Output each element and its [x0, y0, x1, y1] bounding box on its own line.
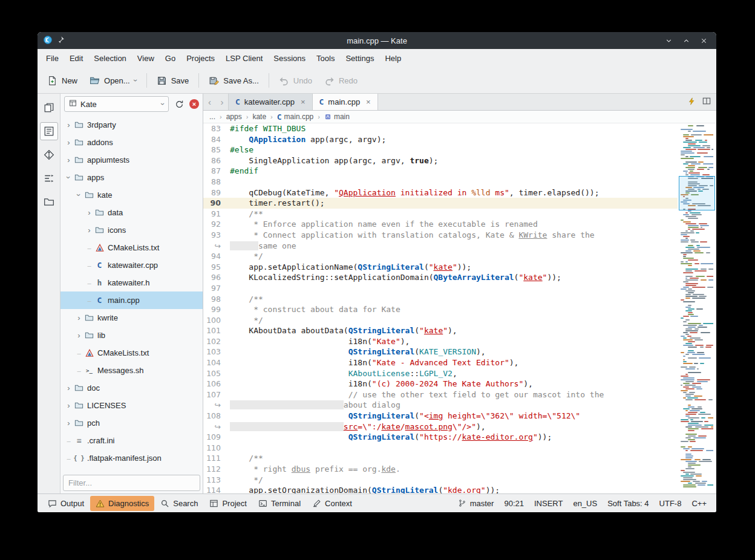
dock-filesystem-button[interactable]: [40, 193, 58, 211]
tree-item-flatpak-manifest-json-license[interactable]: –≡.flatpak-manifest.json.license: [60, 467, 203, 472]
menu-go[interactable]: Go: [160, 51, 181, 65]
chevron-icon[interactable]: ›: [64, 120, 73, 129]
menu-settings[interactable]: Settings: [340, 51, 379, 65]
tree-item-3rdparty[interactable]: ›3rdparty: [60, 116, 203, 134]
tab-forward-button[interactable]: ›: [216, 94, 229, 110]
status-terminal[interactable]: Terminal: [253, 496, 306, 511]
status-c[interactable]: C++: [691, 499, 707, 508]
tab-main-cpp[interactable]: Cmain.cpp×: [313, 94, 378, 110]
code-token: [230, 422, 344, 431]
tree-item-craft-ini[interactable]: –≡.craft.ini: [60, 432, 203, 449]
tree-item-pch[interactable]: ›pch: [60, 414, 203, 432]
breadcrumb-item[interactable]: ...: [209, 112, 215, 121]
status-master[interactable]: master: [458, 499, 494, 508]
tree-item-flatpak-manifest-json[interactable]: –{ }.flatpak-manifest.json: [60, 449, 203, 467]
status-utf-8[interactable]: UTF-8: [659, 499, 682, 508]
breadcrumb-main-cpp[interactable]: Cmain.cpp: [277, 112, 314, 122]
menu-view[interactable]: View: [132, 51, 160, 65]
chevron-icon[interactable]: ›: [85, 208, 94, 217]
chevron-icon[interactable]: ›: [64, 138, 73, 147]
tree-item-main-cpp[interactable]: –Cmain.cpp: [60, 291, 203, 309]
dock-documents-button[interactable]: [40, 99, 58, 117]
open-button[interactable]: Open...›: [84, 71, 142, 90]
minimap-viewport[interactable]: [679, 176, 715, 210]
dock-git-button[interactable]: [40, 146, 58, 164]
code-line-text: * Enforce application name even if the e…: [230, 219, 678, 230]
breadcrumb-apps[interactable]: apps: [226, 112, 242, 121]
tree-item-kate[interactable]: ›kate: [60, 186, 203, 204]
menu-tools[interactable]: Tools: [311, 51, 340, 65]
save-button[interactable]: Save: [151, 71, 195, 90]
tree-item-kwrite[interactable]: ›kwrite: [60, 309, 203, 327]
tree-item-apps[interactable]: ›apps: [60, 169, 203, 186]
tree-item-addons[interactable]: ›addons: [60, 134, 203, 151]
close-button[interactable]: [700, 37, 708, 45]
code-line: 110: [203, 443, 678, 454]
titlebar[interactable]: main.cpp — Kate: [38, 32, 716, 49]
menu-file[interactable]: File: [41, 51, 64, 65]
undo-button[interactable]: Undo: [273, 71, 318, 90]
breadcrumb-main[interactable]: main: [324, 112, 350, 121]
tree-item-appiumtests[interactable]: ›appiumtests: [60, 151, 203, 169]
menu-sessions[interactable]: Sessions: [268, 51, 311, 65]
status-insert[interactable]: INSERT: [534, 499, 563, 508]
kate-app-icon: [43, 35, 53, 47]
breadcrumb-kate[interactable]: kate: [252, 112, 266, 121]
chevron-icon[interactable]: ›: [74, 313, 83, 322]
status-output[interactable]: Output: [42, 496, 90, 511]
status-soft-tabs-4[interactable]: Soft Tabs: 4: [607, 499, 649, 508]
quick-actions-icon[interactable]: [688, 97, 696, 107]
minimap[interactable]: [681, 125, 713, 492]
tree-item-icons[interactable]: ›icons: [60, 221, 203, 239]
tree-item-cmakelists-txt[interactable]: –CMakeLists.txt: [60, 344, 203, 362]
status-context[interactable]: Context: [307, 496, 358, 511]
new-button[interactable]: New: [42, 71, 83, 90]
chevron-icon[interactable]: ›: [74, 331, 83, 340]
chevron-icon[interactable]: ›: [64, 155, 73, 164]
filter-input[interactable]: [63, 475, 200, 491]
dock-symbols-button[interactable]: [40, 169, 58, 187]
menu-help[interactable]: Help: [379, 51, 407, 65]
menu-edit[interactable]: Edit: [64, 51, 88, 65]
split-view-icon[interactable]: [702, 97, 711, 107]
tab-close-icon[interactable]: ×: [301, 97, 306, 106]
tree-item-data[interactable]: ›data: [60, 204, 203, 221]
redo-button[interactable]: Redo: [319, 71, 363, 90]
chevron-icon[interactable]: ›: [65, 173, 73, 182]
save-as-button[interactable]: Save As...: [203, 71, 264, 90]
chevron-icon[interactable]: ›: [75, 190, 83, 200]
status-en-us[interactable]: en_US: [573, 499, 597, 508]
chevron-icon[interactable]: ›: [85, 226, 94, 235]
status-project[interactable]: Project: [204, 496, 252, 511]
dock-outline-button[interactable]: [40, 122, 58, 140]
status-diagnostics[interactable]: Diagnostics: [90, 496, 154, 511]
refresh-button[interactable]: [173, 98, 185, 110]
maximize-button[interactable]: [682, 37, 690, 45]
breadcrumb-label: ...: [209, 112, 215, 121]
project-selector[interactable]: Kate ›: [64, 96, 169, 112]
menu-lsp-client[interactable]: LSP Client: [220, 51, 268, 65]
close-panel-button[interactable]: ×: [189, 99, 199, 109]
menu-projects[interactable]: Projects: [181, 51, 220, 65]
tree-item-katewaiter-cpp[interactable]: –Ckatewaiter.cpp: [60, 256, 203, 274]
code-line-text: i18n("(c) 2000-2024 The Kate Authors"),: [230, 379, 678, 389]
chevron-icon[interactable]: ›: [64, 383, 73, 392]
tree-item-cmakelists-txt[interactable]: –CMakeLists.txt: [60, 239, 203, 256]
tab-close-icon[interactable]: ×: [366, 97, 371, 106]
tree-item-messages-sh[interactable]: –>_Messages.sh: [60, 362, 203, 379]
menu-selection[interactable]: Selection: [88, 51, 131, 65]
tree-item-doc[interactable]: ›doc: [60, 379, 203, 397]
tab-back-button[interactable]: ‹: [203, 94, 216, 110]
chevron-icon[interactable]: ›: [64, 418, 73, 428]
pin-icon[interactable]: [57, 36, 65, 45]
minimize-button[interactable]: [665, 37, 673, 45]
tree-connector: –: [85, 244, 94, 252]
chevron-icon[interactable]: ›: [64, 401, 73, 410]
code-editor[interactable]: 83#ifdef WITH_DBUS84 QApplication app(ar…: [203, 123, 716, 493]
status-90-21[interactable]: 90:21: [504, 499, 524, 508]
tab-katewaiter-cpp[interactable]: Ckatewaiter.cpp×: [229, 94, 313, 110]
tree-item-licenses[interactable]: ›LICENSES: [60, 397, 203, 414]
tree-item-katewaiter-h[interactable]: –hkatewaiter.h: [60, 274, 203, 291]
tree-item-lib[interactable]: ›lib: [60, 327, 203, 344]
status-search[interactable]: Search: [155, 496, 203, 511]
